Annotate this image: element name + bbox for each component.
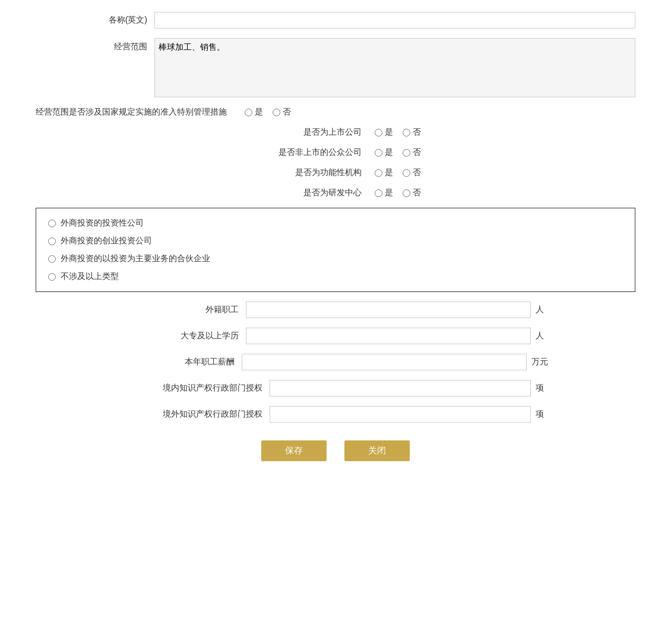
non-listed-yes-label[interactable]: 是 [385, 147, 393, 158]
special-mgmt-radio-group: 是 否 [239, 107, 291, 118]
listed-yes-option[interactable]: 是 [375, 127, 393, 138]
annual-salary-label: 本年职工薪酬 [123, 357, 242, 367]
domestic-ip-unit: 项 [536, 383, 544, 394]
college-edu-input[interactable] [246, 328, 531, 344]
rd-center-label: 是否为研发中心 [250, 188, 369, 198]
non-listed-public-label: 是否非上市的公众公司 [250, 147, 369, 158]
foreign-ip-unit: 项 [536, 409, 544, 420]
special-mgmt-no-label[interactable]: 否 [283, 107, 291, 118]
non-listed-yes-radio[interactable] [375, 149, 382, 157]
foreign-staff-input[interactable] [246, 302, 531, 318]
invest-company-radio[interactable] [48, 220, 56, 227]
rd-no-option[interactable]: 否 [403, 188, 421, 198]
foreign-staff-label: 外籍职工 [127, 304, 246, 315]
special-mgmt-yes-radio[interactable] [245, 109, 252, 116]
functional-yes-option[interactable]: 是 [375, 167, 393, 178]
special-mgmt-no-radio[interactable] [273, 109, 280, 116]
listed-company-radio-group: 是 否 [369, 127, 421, 138]
non-listed-no-label[interactable]: 否 [413, 147, 421, 158]
college-edu-label: 大专及以上学历 [127, 331, 246, 341]
listed-no-label[interactable]: 否 [413, 127, 421, 138]
domestic-ip-row: 境内知识产权行政部门授权 项 [36, 380, 635, 396]
listed-yes-label[interactable]: 是 [385, 127, 393, 138]
annual-salary-input[interactable] [242, 354, 527, 370]
name-en-input[interactable] [154, 12, 635, 28]
listed-no-radio[interactable] [403, 129, 410, 137]
venture-invest-label[interactable]: 外商投资的创业投资公司 [61, 236, 152, 246]
non-listed-no-radio[interactable] [403, 149, 410, 157]
foreign-ip-row: 境外知识产权行政部门授权 项 [36, 406, 635, 423]
name-en-row: 各称(英文) [36, 12, 635, 28]
non-listed-no-option[interactable]: 否 [403, 147, 421, 158]
special-mgmt-row: 经营范围是否涉及国家规定实施的准入特别管理措施 是 否 [36, 107, 635, 118]
college-edu-unit: 人 [536, 331, 544, 341]
domestic-ip-input[interactable] [270, 380, 531, 396]
business-scope-input[interactable]: 棒球加工、销售。 [154, 38, 635, 97]
functional-org-row: 是否为功能性机构 是 否 [36, 167, 635, 178]
partner-invest-row[interactable]: 外商投资的以投资为主要业务的合伙企业 [48, 253, 623, 264]
annual-salary-row: 本年职工薪酬 万元 [36, 354, 635, 370]
venture-invest-radio[interactable] [48, 237, 56, 245]
rd-yes-radio[interactable] [375, 189, 382, 197]
functional-no-option[interactable]: 否 [403, 167, 421, 178]
foreign-staff-row: 外籍职工 人 [36, 302, 635, 318]
foreign-ip-label: 境外知识产权行政部门授权 [127, 409, 270, 420]
non-listed-public-row: 是否非上市的公众公司 是 否 [36, 147, 635, 158]
partner-invest-label[interactable]: 外商投资的以投资为主要业务的合伙企业 [61, 253, 210, 264]
form-section: 各称(英文) 经营范围 棒球加工、销售。 经营范围是否涉及国家规定实施的准入特别… [36, 12, 635, 461]
functional-yes-radio[interactable] [375, 169, 382, 177]
not-applicable-label[interactable]: 不涉及以上类型 [61, 271, 119, 282]
listed-no-option[interactable]: 否 [403, 127, 421, 138]
listed-yes-radio[interactable] [375, 129, 382, 137]
close-button[interactable]: 关闭 [344, 440, 410, 461]
special-mgmt-no-option[interactable]: 否 [273, 107, 291, 118]
functional-yes-label[interactable]: 是 [385, 167, 393, 178]
special-mgmt-yes-label[interactable]: 是 [255, 107, 263, 118]
name-en-label: 各称(英文) [36, 15, 154, 26]
domestic-ip-label: 境内知识产权行政部门授权 [127, 383, 270, 394]
listed-company-label: 是否为上市公司 [250, 127, 369, 138]
rd-no-radio[interactable] [403, 189, 410, 197]
business-scope-label: 经营范围 [36, 38, 154, 52]
business-scope-row: 经营范围 棒球加工、销售。 [36, 38, 635, 97]
non-listed-yes-option[interactable]: 是 [375, 147, 393, 158]
rd-center-radio-group: 是 否 [369, 188, 421, 198]
functional-no-radio[interactable] [403, 169, 410, 177]
not-applicable-radio[interactable] [48, 273, 56, 281]
venture-invest-row[interactable]: 外商投资的创业投资公司 [48, 236, 623, 246]
invest-company-row[interactable]: 外商投资的投资性公司 [48, 218, 623, 229]
functional-org-radio-group: 是 否 [369, 167, 421, 178]
invest-company-label[interactable]: 外商投资的投资性公司 [61, 218, 144, 229]
rd-center-row: 是否为研发中心 是 否 [36, 188, 635, 198]
foreign-ip-input[interactable] [270, 406, 531, 423]
functional-org-label: 是否为功能性机构 [250, 167, 369, 178]
rd-yes-label[interactable]: 是 [385, 188, 393, 198]
investment-type-box: 外商投资的投资性公司 外商投资的创业投资公司 外商投资的以投资为主要业务的合伙企… [36, 208, 635, 292]
listed-company-row: 是否为上市公司 是 否 [36, 127, 635, 138]
annual-salary-unit: 万元 [531, 357, 548, 367]
special-mgmt-label: 经营范围是否涉及国家规定实施的准入特别管理措施 [36, 107, 227, 118]
special-mgmt-yes-option[interactable]: 是 [245, 107, 263, 118]
rd-no-label[interactable]: 否 [413, 188, 421, 198]
button-row: 保存 关闭 [36, 440, 635, 461]
functional-no-label[interactable]: 否 [413, 167, 421, 178]
non-listed-public-radio-group: 是 否 [369, 147, 421, 158]
college-edu-row: 大专及以上学历 人 [36, 328, 635, 344]
rd-yes-option[interactable]: 是 [375, 188, 393, 198]
not-applicable-row[interactable]: 不涉及以上类型 [48, 271, 623, 282]
save-button[interactable]: 保存 [261, 440, 327, 461]
foreign-staff-unit: 人 [536, 304, 544, 315]
partner-invest-radio[interactable] [48, 255, 56, 263]
